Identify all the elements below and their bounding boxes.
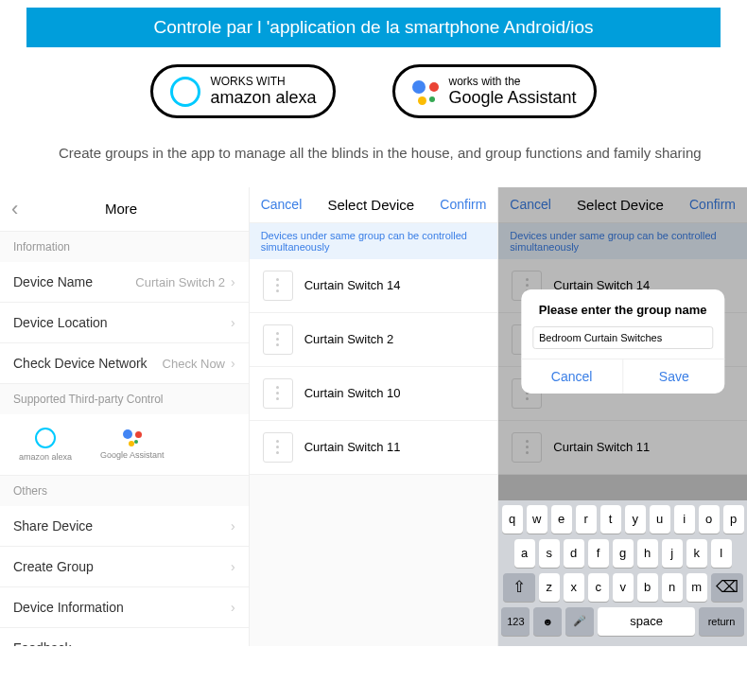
- google-assistant-icon: [123, 428, 142, 446]
- alexa-icon: [170, 77, 200, 107]
- key-u[interactable]: u: [650, 505, 670, 534]
- group-notice: Devices under same group can be controll…: [250, 223, 498, 259]
- device-row[interactable]: Curtain Switch 14: [250, 259, 498, 313]
- device-row[interactable]: Curtain Switch 11: [250, 421, 498, 475]
- cancel-button[interactable]: Cancel: [510, 197, 551, 212]
- badges-row: WORKS WITH amazon alexa works with the G…: [0, 64, 747, 118]
- key-s[interactable]: s: [539, 539, 560, 568]
- switch-icon: [263, 378, 293, 409]
- key-f[interactable]: f: [588, 539, 609, 568]
- key-w[interactable]: w: [527, 505, 547, 534]
- header: Cancel Select Device Confirm: [250, 187, 498, 223]
- switch-icon: [263, 271, 293, 301]
- banner: Controle par l 'application de la smartp…: [26, 8, 721, 47]
- key-k[interactable]: k: [686, 539, 707, 568]
- key-d[interactable]: d: [564, 539, 584, 568]
- section-information: Information: [0, 232, 249, 262]
- dialog-cancel-button[interactable]: Cancel: [521, 359, 623, 394]
- key-b[interactable]: b: [637, 573, 658, 602]
- key-n[interactable]: n: [662, 573, 683, 602]
- settings-row[interactable]: Create Group›: [0, 547, 249, 587]
- description-text: Create groups in the app to manage all t…: [59, 143, 747, 165]
- integration-google[interactable]: Google Assistant: [100, 428, 165, 462]
- page-title: Select Device: [327, 197, 414, 213]
- section-third-party: Supported Third-party Control: [0, 384, 249, 414]
- settings-row[interactable]: Feedback›: [0, 628, 249, 646]
- confirm-button[interactable]: Confirm: [440, 197, 486, 212]
- key-backspace[interactable]: ⌫: [711, 573, 743, 602]
- settings-row[interactable]: Device Information›: [0, 587, 249, 628]
- confirm-button[interactable]: Confirm: [689, 197, 736, 212]
- key-i[interactable]: i: [674, 505, 695, 534]
- key-v[interactable]: v: [613, 573, 634, 602]
- key-space[interactable]: space: [598, 607, 695, 636]
- google-small: works with the: [448, 75, 576, 88]
- key-return[interactable]: return: [699, 607, 744, 636]
- dialog-save-button[interactable]: Save: [623, 359, 724, 394]
- settings-row[interactable]: Device Location›: [0, 303, 249, 343]
- key-o[interactable]: o: [699, 505, 720, 534]
- key-mic[interactable]: 🎤: [565, 607, 594, 636]
- key-p[interactable]: p: [723, 505, 744, 534]
- keyboard[interactable]: qwertyuiop asdfghjkl ⇧zxcvbnm⌫ 123 ☻ 🎤 s…: [498, 500, 747, 646]
- key-emoji[interactable]: ☻: [533, 607, 562, 636]
- alexa-main: amazon alexa: [210, 88, 316, 107]
- key-z[interactable]: z: [539, 573, 560, 602]
- settings-row[interactable]: Device NameCurtain Switch 2›: [0, 262, 249, 303]
- key-h[interactable]: h: [637, 539, 658, 568]
- screen-name-group: Cancel Select Device Confirm Devices und…: [498, 187, 747, 646]
- dialog-title: Please enter the group name: [521, 303, 724, 326]
- key-l[interactable]: l: [711, 539, 732, 568]
- key-123[interactable]: 123: [501, 607, 530, 636]
- page-title: More: [105, 201, 137, 217]
- switch-icon: [263, 432, 293, 463]
- device-row[interactable]: Curtain Switch 10: [250, 367, 498, 421]
- alexa-badge: WORKS WITH amazon alexa: [150, 64, 336, 118]
- header: ‹ More: [0, 187, 249, 232]
- header: Cancel Select Device Confirm: [498, 187, 747, 223]
- device-row[interactable]: Curtain Switch 2: [250, 313, 498, 367]
- section-others: Others: [0, 476, 249, 506]
- key-y[interactable]: y: [625, 505, 646, 534]
- settings-row[interactable]: Check Device NetworkCheck Now›: [0, 343, 249, 384]
- key-x[interactable]: x: [564, 573, 584, 602]
- key-c[interactable]: c: [588, 573, 609, 602]
- back-icon[interactable]: ‹: [11, 197, 18, 221]
- screen-select-device: Cancel Select Device Confirm Devices und…: [250, 187, 499, 646]
- key-t[interactable]: t: [600, 505, 621, 534]
- settings-row[interactable]: Share Device›: [0, 506, 249, 547]
- key-q[interactable]: q: [502, 505, 523, 534]
- google-assistant-icon: [412, 79, 439, 105]
- key-j[interactable]: j: [662, 539, 683, 568]
- device-row[interactable]: Curtain Switch 11: [498, 421, 747, 475]
- switch-icon: [263, 324, 293, 355]
- google-badge: works with the Google Assistant: [392, 64, 596, 118]
- key-r[interactable]: r: [576, 505, 597, 534]
- screen-more: ‹ More Information Device NameCurtain Sw…: [0, 187, 250, 646]
- integration-alexa[interactable]: amazon alexa: [19, 428, 72, 462]
- cancel-button[interactable]: Cancel: [261, 197, 303, 212]
- key-e[interactable]: e: [551, 505, 572, 534]
- key-g[interactable]: g: [613, 539, 634, 568]
- key-a[interactable]: a: [514, 539, 535, 568]
- key-shift[interactable]: ⇧: [503, 573, 535, 602]
- key-m[interactable]: m: [686, 573, 707, 602]
- group-name-input[interactable]: [532, 326, 713, 349]
- page-title: Select Device: [577, 197, 664, 213]
- alexa-icon: [35, 428, 56, 448]
- group-name-dialog: Please enter the group name Cancel Save: [521, 289, 724, 394]
- integrations: amazon alexa Google Assistant: [0, 414, 249, 476]
- alexa-small: WORKS WITH: [210, 75, 316, 88]
- screenshots-row: ‹ More Information Device NameCurtain Sw…: [0, 187, 747, 646]
- google-main: Google Assistant: [448, 88, 576, 107]
- group-notice: Devices under same group can be controll…: [498, 223, 747, 259]
- switch-icon: [512, 432, 542, 463]
